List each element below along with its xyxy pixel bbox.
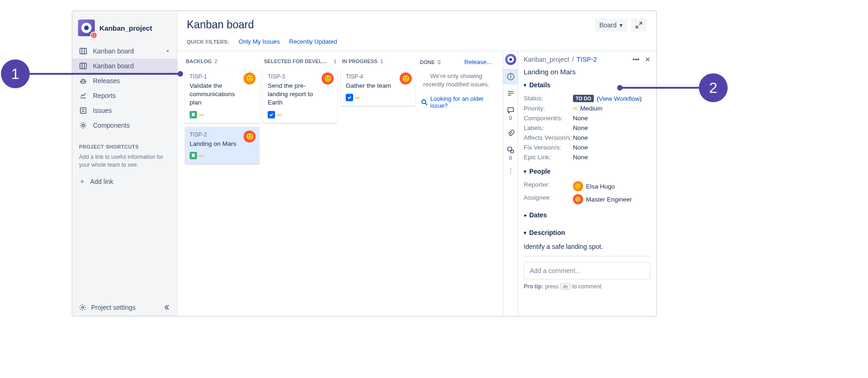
chevron-down-icon: ▾ <box>619 21 623 29</box>
field-status: Status: TO DO (View Workflow) <box>524 93 651 104</box>
breadcrumb-project[interactable]: Kanban_project <box>524 56 569 63</box>
status-badge[interactable]: TO DO <box>573 95 594 102</box>
assignee-avatar: 🙂 <box>400 72 412 85</box>
comment-input[interactable]: Add a comment... <box>524 262 651 280</box>
column-name: BACKLOG <box>186 59 212 64</box>
svg-rect-20 <box>511 150 513 153</box>
shortcuts-description: Add a link to useful information for you… <box>79 153 171 169</box>
issue-card[interactable]: 🙂 TISP-3 Send the pre-landing report to … <box>263 69 337 123</box>
field-affects-version: Affects Version/s: None <box>524 133 651 143</box>
filter-only-my-issues[interactable]: Only My Issues <box>238 38 280 45</box>
filter-recently-updated[interactable]: Recently Updated <box>289 38 337 45</box>
plus-icon: ＋ <box>79 177 85 186</box>
release-link[interactable]: Release… <box>464 59 493 65</box>
more-actions-icon[interactable]: ••• <box>632 56 639 63</box>
sidebar-item-label: Kanban board <box>93 62 134 70</box>
column-done: DONE 0 Release… We're only showing recen… <box>419 57 493 310</box>
sidebar-item-issues[interactable]: Issues <box>72 103 177 118</box>
project-shortcuts: PROJECT SHORTCUTS Add a link to useful i… <box>72 136 177 173</box>
pro-tip: Pro tip: press m to comment <box>518 283 656 294</box>
assignee-avatar: 🙂 <box>243 130 256 143</box>
section-toggle-dates[interactable]: ▾Dates <box>524 211 651 219</box>
chevron-down-icon: ▾ <box>524 230 526 236</box>
rail-project-avatar[interactable] <box>505 54 516 65</box>
issue-detail-panel: Kanban_project / TISP-2 ••• ✕ Landing on… <box>518 51 656 316</box>
description-text[interactable]: Identify a safe landing spot. <box>518 243 656 256</box>
callout-badge-2: 2 <box>699 73 728 102</box>
section-toggle-description[interactable]: ▾Description <box>524 229 651 236</box>
quick-filters-label: QUICK FILTERS: <box>187 39 229 45</box>
quick-filters: QUICK FILTERS: Only My Issues Recently U… <box>178 32 656 51</box>
column-header: DONE 0 Release… <box>419 57 493 70</box>
info-icon <box>506 72 515 81</box>
sidebar-item-label: Reports <box>93 92 116 99</box>
detail-rail: 0 0 ⋮ <box>503 51 518 316</box>
svg-rect-3 <box>80 63 86 69</box>
task-icon <box>346 94 353 101</box>
component-icon <box>79 122 87 129</box>
text-icon <box>506 89 515 98</box>
sidebar: ⟨⟩ Kanban_project Kanban board Kanban bo… <box>72 11 178 316</box>
priority-medium-icon: ═ <box>199 152 204 159</box>
project-logo: ⟨⟩ <box>78 20 95 36</box>
rail-tab-description[interactable] <box>503 85 518 101</box>
close-icon[interactable]: ✕ <box>645 56 651 63</box>
priority-medium-icon: ═ <box>573 105 578 112</box>
rail-tab-subtasks[interactable]: 0 <box>503 142 518 164</box>
project-name: Kanban_project <box>99 24 152 32</box>
board-icon <box>79 62 87 70</box>
sidebar-parent-kanban[interactable]: Kanban board <box>72 44 177 59</box>
main-content: Kanban board Board ▾ QUICK FILTERS: Only… <box>178 11 656 316</box>
field-priority: Priority: ═Medium <box>524 104 651 113</box>
issue-detail-title[interactable]: Landing on Mars <box>518 66 656 81</box>
rail-more-icon[interactable]: ⋮ <box>507 167 514 175</box>
shortcuts-title: PROJECT SHORTCUTS <box>79 144 171 150</box>
column-name: SELECTED FOR DEVELOP… <box>264 59 331 64</box>
older-issue-link[interactable]: Looking for an older issue? <box>419 95 493 109</box>
reporter-avatar: 🙂 <box>573 181 583 191</box>
rail-tab-details[interactable] <box>503 69 518 85</box>
view-workflow-link[interactable]: View Workflow <box>599 95 640 102</box>
expand-icon <box>636 22 642 28</box>
issue-card[interactable]: 🙂 TISP-1 Validate the communications pla… <box>185 69 259 123</box>
field-epic-link: Epic Link: None <box>524 152 651 162</box>
rail-tab-comments[interactable]: 0 <box>503 102 518 124</box>
callout-dot-1 <box>178 71 183 77</box>
issue-card[interactable]: 🙂 TISP-2 Landing on Mars ═ <box>185 127 259 164</box>
chevron-down-icon: ▾ <box>524 169 526 175</box>
sidebar-item-label: Issues <box>93 107 112 114</box>
add-link-button[interactable]: ＋ Add link <box>72 173 177 190</box>
fullscreen-button[interactable] <box>631 19 647 32</box>
issue-title: Validate the communications plan <box>190 82 255 107</box>
project-header[interactable]: ⟨⟩ Kanban_project <box>72 11 177 41</box>
story-icon <box>190 152 197 159</box>
sidebar-item-kanban-board[interactable]: Kanban board <box>72 59 177 73</box>
board-dropdown-button[interactable]: Board ▾ <box>595 19 627 32</box>
project-type-badge-icon: ⟨⟩ <box>90 32 98 39</box>
page-title: Kanban board <box>187 19 254 31</box>
column-count: 1 <box>380 59 383 64</box>
comment-icon <box>506 106 515 114</box>
project-settings-link[interactable]: Project settings <box>79 304 136 311</box>
sidebar-footer: Project settings <box>72 299 177 316</box>
svg-rect-0 <box>80 48 86 54</box>
field-labels: Labels: None <box>524 123 651 133</box>
issue-card[interactable]: 🙂 TISP-4 Gather the team ═ <box>341 69 415 106</box>
column-in-progress: IN PROGRESS 1 🙂 TISP-4 Gather the team ═ <box>341 57 415 310</box>
assignee-avatar: 🙂 <box>243 72 256 85</box>
sidebar-nav: Kanban board Kanban board Releases Repor… <box>72 41 177 136</box>
sidebar-item-reports[interactable]: Reports <box>72 88 177 103</box>
breadcrumb-issue-key[interactable]: TISP-2 <box>577 56 597 63</box>
section-toggle-people[interactable]: ▾People <box>524 168 651 175</box>
column-name: IN PROGRESS <box>342 59 377 64</box>
sidebar-item-components[interactable]: Components <box>72 118 177 133</box>
chart-icon <box>79 92 87 99</box>
ship-icon <box>79 77 87 85</box>
subtasks-count: 0 <box>509 155 512 161</box>
chevron-right-icon: ▾ <box>522 214 528 216</box>
column-header: SELECTED FOR DEVELOP… 1 <box>263 57 337 69</box>
collapse-sidebar-icon[interactable] <box>163 304 171 311</box>
search-icon <box>421 99 427 105</box>
rail-tab-attachments[interactable] <box>503 125 518 141</box>
sidebar-item-releases[interactable]: Releases <box>72 73 177 88</box>
